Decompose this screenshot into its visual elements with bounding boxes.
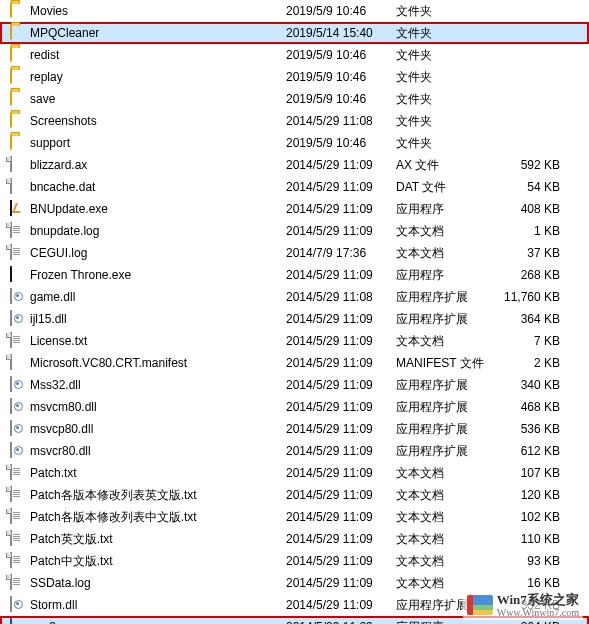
file-row[interactable]: License.txt2014/5/29 11:09文本文档7 KB bbox=[0, 330, 589, 352]
file-icon-cell bbox=[8, 289, 28, 305]
text-file-icon bbox=[10, 553, 26, 569]
file-size: 468 KB bbox=[492, 400, 572, 414]
file-type: 应用程序扩展 bbox=[396, 443, 492, 460]
folder-icon bbox=[10, 135, 26, 151]
file-size: 102 KB bbox=[492, 510, 572, 524]
file-icon-cell bbox=[8, 25, 28, 41]
file-type: 文本文档 bbox=[396, 575, 492, 592]
folder-icon bbox=[10, 47, 26, 63]
text-file-icon bbox=[10, 487, 26, 503]
file-row[interactable]: Mss32.dll2014/5/29 11:09应用程序扩展340 KB bbox=[0, 374, 589, 396]
file-name: Mss32.dll bbox=[28, 378, 286, 392]
file-icon-cell bbox=[8, 3, 28, 19]
file-icon-cell bbox=[8, 355, 28, 371]
file-row[interactable]: Frozen Throne.exe2014/5/29 11:09应用程序268 … bbox=[0, 264, 589, 286]
file-size: 16 KB bbox=[492, 576, 572, 590]
file-date: 2014/5/29 11:09 bbox=[286, 378, 396, 392]
file-type: 文件夹 bbox=[396, 25, 492, 42]
file-row[interactable]: msvcp80.dll2014/5/29 11:09应用程序扩展536 KB bbox=[0, 418, 589, 440]
file-name: replay bbox=[28, 70, 286, 84]
file-row[interactable]: BNUpdate.exe2014/5/29 11:09应用程序408 KB bbox=[0, 198, 589, 220]
file-row[interactable]: Patch中文版.txt2014/5/29 11:09文本文档93 KB bbox=[0, 550, 589, 572]
file-row[interactable]: MPQCleaner2019/5/14 15:40文件夹 bbox=[0, 22, 589, 44]
file-row[interactable]: bncache.dat2014/5/29 11:09DAT 文件54 KB bbox=[0, 176, 589, 198]
file-size: 612 KB bbox=[492, 444, 572, 458]
file-row[interactable]: replay2019/5/9 10:46文件夹 bbox=[0, 66, 589, 88]
file-icon-cell bbox=[8, 267, 28, 283]
file-row[interactable]: Storm.dll2014/5/29 11:09应用程序扩展332 KB bbox=[0, 594, 589, 616]
file-icon-cell bbox=[8, 245, 28, 261]
file-row[interactable]: msvcr80.dll2014/5/29 11:09应用程序扩展612 KB bbox=[0, 440, 589, 462]
file-row[interactable]: msvcm80.dll2014/5/29 11:09应用程序扩展468 KB bbox=[0, 396, 589, 418]
file-type: 文件夹 bbox=[396, 113, 492, 130]
file-date: 2014/5/29 11:09 bbox=[286, 334, 396, 348]
file-icon-cell bbox=[8, 509, 28, 525]
text-file-icon bbox=[10, 531, 26, 547]
file-name: Movies bbox=[28, 4, 286, 18]
dll-icon bbox=[10, 421, 26, 437]
file-date: 2014/5/29 11:09 bbox=[286, 422, 396, 436]
file-row[interactable]: redist2019/5/9 10:46文件夹 bbox=[0, 44, 589, 66]
file-size: 107 KB bbox=[492, 466, 572, 480]
file-icon-cell bbox=[8, 597, 28, 613]
file-date: 2019/5/14 15:40 bbox=[286, 26, 396, 40]
file-type: MANIFEST 文件 bbox=[396, 355, 492, 372]
file-size: 340 KB bbox=[492, 378, 572, 392]
text-file-icon bbox=[10, 465, 26, 481]
file-type: 文本文档 bbox=[396, 509, 492, 526]
file-row[interactable]: ijl15.dll2014/5/29 11:09应用程序扩展364 KB bbox=[0, 308, 589, 330]
folder-icon bbox=[10, 91, 26, 107]
file-row[interactable]: support2019/5/9 10:46文件夹 bbox=[0, 132, 589, 154]
file-icon-cell bbox=[8, 421, 28, 437]
file-list: Movies2019/5/9 10:46文件夹MPQCleaner2019/5/… bbox=[0, 0, 589, 624]
file-row[interactable]: bnupdate.log2014/5/29 11:09文本文档1 KB bbox=[0, 220, 589, 242]
file-type: 应用程序扩展 bbox=[396, 597, 492, 614]
file-row[interactable]: Movies2019/5/9 10:46文件夹 bbox=[0, 0, 589, 22]
file-row[interactable]: war3.exe2014/5/29 11:09应用程序264 KB bbox=[0, 616, 589, 624]
file-name: war3.exe bbox=[28, 620, 286, 624]
file-name: Microsoft.VC80.CRT.manifest bbox=[28, 356, 286, 370]
file-date: 2014/5/29 11:09 bbox=[286, 532, 396, 546]
file-icon-cell bbox=[8, 333, 28, 349]
file-type: 文本文档 bbox=[396, 553, 492, 570]
file-name: save bbox=[28, 92, 286, 106]
file-icon-cell bbox=[8, 619, 28, 624]
file-type: 应用程序 bbox=[396, 267, 492, 284]
file-date: 2019/5/9 10:46 bbox=[286, 4, 396, 18]
file-row[interactable]: Patch各版本修改列表中文版.txt2014/5/29 11:09文本文档10… bbox=[0, 506, 589, 528]
file-row[interactable]: game.dll2014/5/29 11:08应用程序扩展11,760 KB bbox=[0, 286, 589, 308]
file-row[interactable]: Screenshots2014/5/29 11:08文件夹 bbox=[0, 110, 589, 132]
file-name: msvcp80.dll bbox=[28, 422, 286, 436]
file-row[interactable]: Patch英文版.txt2014/5/29 11:09文本文档110 KB bbox=[0, 528, 589, 550]
file-date: 2014/5/29 11:08 bbox=[286, 114, 396, 128]
file-row[interactable]: Patch.txt2014/5/29 11:09文本文档107 KB bbox=[0, 462, 589, 484]
file-icon-cell bbox=[8, 553, 28, 569]
file-date: 2014/5/29 11:09 bbox=[286, 554, 396, 568]
file-row[interactable]: Patch各版本修改列表英文版.txt2014/5/29 11:09文本文档12… bbox=[0, 484, 589, 506]
file-name: Patch各版本修改列表中文版.txt bbox=[28, 509, 286, 526]
file-name: redist bbox=[28, 48, 286, 62]
file-type: 文件夹 bbox=[396, 47, 492, 64]
dll-icon bbox=[10, 311, 26, 327]
file-row[interactable]: SSData.log2014/5/29 11:09文本文档16 KB bbox=[0, 572, 589, 594]
file-row[interactable]: CEGUI.log2014/7/9 17:36文本文档37 KB bbox=[0, 242, 589, 264]
file-row[interactable]: blizzard.ax2014/5/29 11:09AX 文件592 KB bbox=[0, 154, 589, 176]
file-icon-cell bbox=[8, 179, 28, 195]
file-name: ijl15.dll bbox=[28, 312, 286, 326]
file-icon-cell bbox=[8, 377, 28, 393]
file-date: 2014/5/29 11:09 bbox=[286, 158, 396, 172]
file-size: 364 KB bbox=[492, 312, 572, 326]
file-row[interactable]: Microsoft.VC80.CRT.manifest2014/5/29 11:… bbox=[0, 352, 589, 374]
file-name: Screenshots bbox=[28, 114, 286, 128]
file-date: 2019/5/9 10:46 bbox=[286, 70, 396, 84]
file-name: SSData.log bbox=[28, 576, 286, 590]
file-date: 2014/5/29 11:09 bbox=[286, 510, 396, 524]
file-date: 2014/5/29 11:09 bbox=[286, 268, 396, 282]
file-row[interactable]: save2019/5/9 10:46文件夹 bbox=[0, 88, 589, 110]
file-icon-cell bbox=[8, 223, 28, 239]
file-name: Frozen Throne.exe bbox=[28, 268, 286, 282]
file-size: 7 KB bbox=[492, 334, 572, 348]
text-file-icon bbox=[10, 245, 26, 261]
file-date: 2014/5/29 11:09 bbox=[286, 620, 396, 624]
file-date: 2014/5/29 11:09 bbox=[286, 400, 396, 414]
